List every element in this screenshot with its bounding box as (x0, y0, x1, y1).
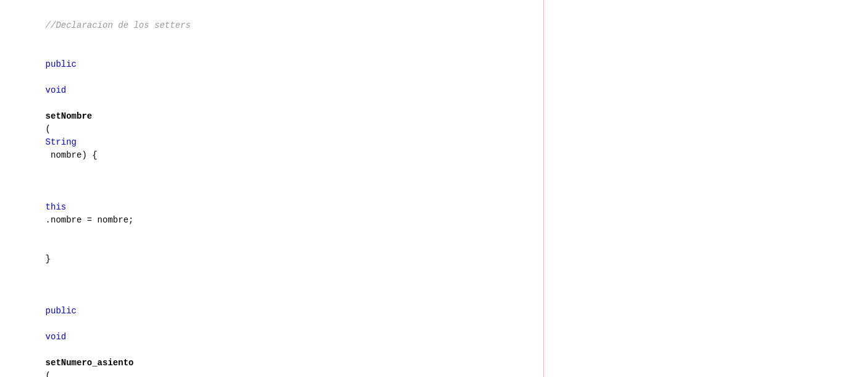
code-line-5 (25, 279, 868, 292)
code-line-2: public void setNombre ( String nombre) { (25, 45, 868, 175)
code-editor: //Declaracion de los setters public void… (0, 0, 868, 377)
param-nombre: nombre) { (46, 150, 98, 160)
code-line-1: //Declaracion de los setters (25, 6, 868, 45)
keyword-public-2: public (46, 306, 77, 316)
code-line-6: public void setNumero_asiento ( int nume… (25, 292, 868, 377)
this-keyword-1: this (46, 202, 67, 212)
param-type-string-1: String (46, 137, 77, 147)
keyword-void-2: void (46, 332, 67, 342)
comment-text-1: //Declaracion de los setters (46, 20, 191, 30)
method-setNombre: setNombre (46, 111, 93, 121)
code-line-3: this .nombre = nombre; (25, 175, 868, 240)
method-setNumero: setNumero_asiento (46, 358, 134, 368)
keyword-public-1: public (46, 59, 77, 69)
red-vertical-line (543, 0, 544, 377)
keyword-void-1: void (46, 85, 67, 95)
code-line-4: } (25, 240, 868, 279)
